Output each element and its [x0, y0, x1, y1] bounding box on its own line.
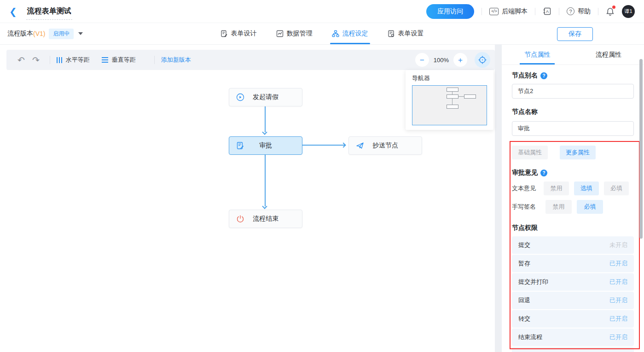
flow-canvas[interactable]: ↶ ↷ 水平等距 垂直等距 添加新版本 − 100% +: [0, 45, 495, 352]
power-icon: [236, 215, 244, 223]
text-opinion-required-button[interactable]: 必填: [604, 182, 629, 195]
status-text: 未开启: [609, 241, 627, 249]
signature-required-button[interactable]: 必填: [577, 200, 603, 214]
node-end[interactable]: 流程结束: [229, 210, 302, 228]
panel-scrollbar[interactable]: [639, 59, 643, 239]
help-icon: ?: [567, 7, 574, 15]
label-text: 节点名称: [512, 108, 538, 116]
form-settings-icon: [388, 30, 395, 37]
navigator-minimap[interactable]: [412, 85, 487, 125]
fit-view-button[interactable]: [475, 52, 490, 68]
tab-data-management[interactable]: 数据管理: [276, 23, 313, 44]
arrowhead-right-icon: [341, 142, 346, 147]
help-button[interactable]: ? 帮助: [567, 7, 591, 16]
chevron-down-icon[interactable]: [78, 32, 83, 35]
horizontal-spacing-label: 水平等距: [66, 56, 90, 64]
vertical-spacing-label: 垂直等距: [112, 56, 136, 64]
vertical-spacing-icon: [102, 57, 108, 63]
version-number: (V1): [33, 30, 45, 37]
tab-node-properties[interactable]: 节点属性: [502, 45, 573, 65]
redo-icon[interactable]: ↷: [29, 56, 43, 65]
zoom-in-button[interactable]: +: [453, 53, 467, 67]
node-approve[interactable]: 审批: [229, 136, 302, 155]
tab-form-settings[interactable]: 表单设置: [388, 23, 424, 44]
tab-form-design[interactable]: 表单设计: [220, 23, 257, 44]
app-access-button[interactable]: 应用访问: [426, 4, 474, 19]
permission-row-save-draft[interactable]: 暂存 已开启: [512, 255, 634, 272]
node-start[interactable]: 发起请假: [229, 88, 302, 106]
status-text: 已开启: [609, 259, 627, 268]
permission-row-submit-print[interactable]: 提交并打印 已开启: [512, 273, 634, 291]
help-label: 帮助: [578, 7, 591, 16]
edge-approve-cc: [302, 145, 345, 146]
permission-row-submit[interactable]: 提交 未开启: [512, 236, 634, 254]
flow-settings-icon: [332, 30, 339, 37]
avatar[interactable]: 谭1: [622, 5, 635, 18]
signature-disabled-button[interactable]: 禁用: [545, 200, 572, 214]
notification-bell-icon[interactable]: [606, 7, 615, 16]
node-name-input[interactable]: [512, 121, 634, 136]
node-cc[interactable]: 抄送节点: [348, 136, 422, 155]
properties-panel: 节点属性 流程属性 节点别名 ? 节点名称 基础属性 更多属性 审批意见 ?: [502, 45, 644, 352]
text-opinion-optional-button[interactable]: 选填: [574, 182, 599, 195]
back-icon[interactable]: ❮: [9, 7, 17, 16]
backend-script-label: 后端脚本: [502, 7, 528, 16]
basic-properties-button[interactable]: 基础属性: [512, 146, 548, 159]
permission-row-transfer[interactable]: 转交 已开启: [512, 310, 634, 328]
subheader: 流程版本(V1) 启用中 表单设计 数据管理 流程设定: [0, 23, 644, 45]
edge-start-approve: [265, 106, 266, 132]
node-name-label: 节点名称: [512, 108, 634, 116]
approval-opinion-label: 审批意见 ?: [512, 169, 634, 177]
zoom-out-button[interactable]: −: [415, 53, 429, 67]
arrowhead-down-icon: [262, 129, 267, 135]
node-label: 发起请假: [253, 93, 278, 101]
divider: [482, 8, 482, 15]
permission-row-end-flow[interactable]: 结束流程 已开启: [512, 329, 634, 346]
navigator-panel: 导航器: [406, 70, 493, 130]
backend-script-button[interactable]: </> 后端脚本: [489, 7, 528, 16]
horizontal-spacing-button[interactable]: 水平等距: [57, 56, 90, 64]
tab-flow-settings[interactable]: 流程设定: [332, 23, 368, 44]
status-text: 已开启: [609, 296, 627, 305]
text-opinion-disabled-button[interactable]: 禁用: [544, 182, 569, 195]
signature-row: 手写签名 禁用 必填: [512, 200, 634, 214]
version-label: 流程版本: [7, 29, 33, 38]
help-circle-icon[interactable]: ?: [540, 170, 547, 176]
navigator-title: 导航器: [406, 70, 493, 85]
form-design-icon: [220, 30, 228, 37]
mini-node: [447, 105, 458, 109]
app-header: ❮ 流程表单测试 应用访问 </> 后端脚本 A ? 帮助: [0, 0, 644, 23]
divider: [535, 8, 535, 15]
property-group-switch: 基础属性 更多属性: [512, 146, 634, 159]
node-permissions-label: 节点权限: [512, 224, 634, 232]
help-circle-icon[interactable]: ?: [540, 72, 547, 79]
address-book-icon: A: [543, 7, 551, 16]
add-version-button[interactable]: 添加新版本: [161, 56, 191, 64]
node-label: 抄送节点: [372, 141, 398, 150]
vertical-spacing-button[interactable]: 垂直等距: [102, 56, 136, 64]
label-text: 节点权限: [512, 224, 538, 232]
main-area: ↶ ↷ 水平等距 垂直等距 添加新版本 − 100% +: [0, 45, 644, 352]
notification-dot: [612, 6, 615, 9]
signature-label: 手写签名: [512, 203, 545, 211]
node-label: 审批: [259, 141, 272, 150]
node-label: 流程结束: [253, 215, 278, 223]
address-book-button[interactable]: A: [543, 7, 551, 16]
arrowhead-down-icon: [262, 204, 267, 209]
more-properties-button[interactable]: 更多属性: [560, 146, 596, 159]
mini-node: [464, 94, 476, 99]
permission-row-clipped[interactable]: [512, 347, 634, 352]
canvas-toolbar: ↶ ↷ 水平等距 垂直等距 添加新版本 − 100% +: [6, 50, 495, 70]
node-alias-input[interactable]: [512, 84, 634, 99]
permission-row-rollback[interactable]: 回退 已开启: [512, 292, 634, 309]
approval-form-icon: [236, 141, 244, 150]
save-button[interactable]: 保存: [557, 27, 593, 41]
play-circle-icon: [236, 93, 244, 101]
label-text: 审批意见: [512, 169, 538, 177]
panel-tabs: 节点属性 流程属性: [502, 45, 644, 65]
tab-flow-properties[interactable]: 流程属性: [573, 45, 644, 65]
text-opinion-label: 文本意见: [512, 184, 544, 193]
divider: [50, 56, 50, 64]
zoom-level: 100%: [434, 57, 449, 64]
undo-icon[interactable]: ↶: [14, 56, 29, 65]
